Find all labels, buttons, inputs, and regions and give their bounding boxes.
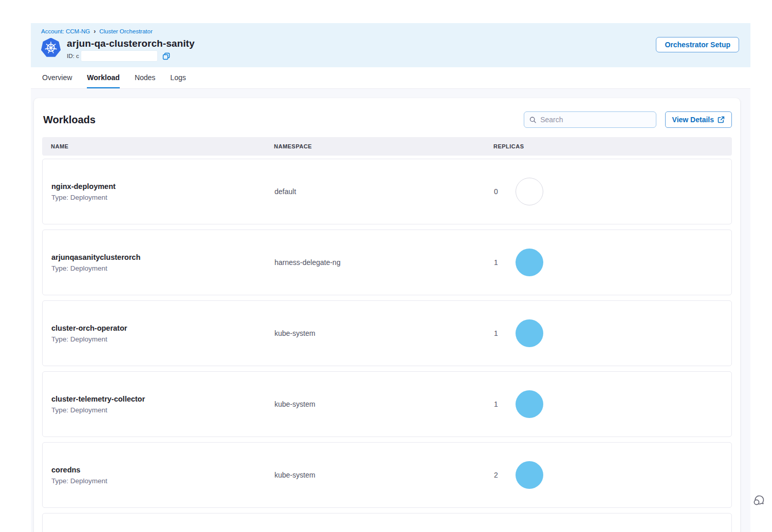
tab-workload[interactable]: Workload xyxy=(87,73,120,88)
tab-logs[interactable]: Logs xyxy=(170,73,186,88)
replica-status-circle xyxy=(516,390,543,418)
orchestrator-setup-button[interactable]: Orchestrator Setup xyxy=(656,37,739,52)
view-details-label: View Details xyxy=(672,116,714,124)
workload-rows: nginx-deployment Type: Deployment defaul… xyxy=(42,159,732,532)
app-container: Account: CCM-NG › Cluster Orchestrator xyxy=(31,23,750,532)
chat-bubble-icon[interactable] xyxy=(752,493,766,506)
search-box[interactable] xyxy=(524,111,656,128)
page-header: Account: CCM-NG › Cluster Orchestrator xyxy=(31,23,750,67)
workload-namespace: kube-system xyxy=(274,400,315,408)
replica-count: 1 xyxy=(494,329,499,337)
content-area: Workloads View Details xyxy=(31,89,750,532)
table-row[interactable]: cluster-orch-operator Type: Deployment k… xyxy=(42,300,732,366)
workload-type: Type: Deployment xyxy=(51,264,274,272)
copy-icon[interactable] xyxy=(162,52,170,60)
replica-status-circle xyxy=(516,319,543,347)
view-details-button[interactable]: View Details xyxy=(665,111,732,128)
table-row[interactable]: cluster-telemetry-collector Type: Deploy… xyxy=(42,371,732,437)
workload-type: Type: Deployment xyxy=(51,477,274,485)
table-row-partial[interactable] xyxy=(42,513,732,532)
table-row[interactable]: arjunqasanityclusterorch Type: Deploymen… xyxy=(42,230,732,295)
replica-status-circle xyxy=(516,461,543,489)
workload-namespace: kube-system xyxy=(274,329,315,337)
workload-name: nginx-deployment xyxy=(51,182,274,191)
kubernetes-icon xyxy=(41,38,61,58)
workload-name: coredns xyxy=(51,466,274,474)
replica-count: 0 xyxy=(494,187,499,196)
column-header-name: NAME xyxy=(51,143,274,149)
replica-count: 1 xyxy=(494,400,499,408)
replica-status-circle xyxy=(516,249,543,276)
table-row[interactable]: nginx-deployment Type: Deployment defaul… xyxy=(42,159,732,224)
breadcrumb: Account: CCM-NG › Cluster Orchestrator xyxy=(41,28,739,34)
replica-count: 1 xyxy=(494,258,499,267)
search-icon xyxy=(529,116,537,124)
breadcrumb-account[interactable]: Account: CCM-NG xyxy=(41,28,90,34)
search-input[interactable] xyxy=(540,116,650,124)
workload-type: Type: Deployment xyxy=(51,335,274,343)
workload-namespace: kube-system xyxy=(274,471,315,479)
breadcrumb-cluster-orchestrator[interactable]: Cluster Orchestrator xyxy=(99,28,153,34)
workload-namespace: default xyxy=(274,187,296,196)
workload-name: arjunqasanityclusterorch xyxy=(51,253,274,261)
breadcrumb-separator-icon: › xyxy=(94,28,96,34)
table-header: NAME NAMESPACE REPLICAS xyxy=(42,137,732,156)
cluster-id-label: ID: c xyxy=(67,53,79,59)
column-header-namespace: NAMESPACE xyxy=(274,143,493,149)
external-link-icon xyxy=(718,116,725,123)
column-header-replicas: REPLICAS xyxy=(493,143,723,149)
tab-nodes[interactable]: Nodes xyxy=(135,73,155,88)
workload-type: Type: Deployment xyxy=(51,406,274,414)
workload-namespace: harness-delegate-ng xyxy=(274,258,340,267)
page-title: arjun-qa-clusterorch-sanity xyxy=(67,38,195,49)
workload-name: cluster-orch-operator xyxy=(51,324,274,332)
cluster-id-redacted xyxy=(81,51,157,61)
replica-count: 2 xyxy=(494,471,499,479)
workloads-title: Workloads xyxy=(43,114,96,126)
workloads-card: Workloads View Details xyxy=(34,98,740,532)
tab-bar: Overview Workload Nodes Logs xyxy=(31,67,750,89)
workload-name: cluster-telemetry-collector xyxy=(51,395,274,403)
replica-status-circle xyxy=(516,178,543,205)
tab-overview[interactable]: Overview xyxy=(42,73,72,88)
workload-type: Type: Deployment xyxy=(51,194,274,201)
table-row[interactable]: coredns Type: Deployment kube-system 2 xyxy=(42,442,732,508)
